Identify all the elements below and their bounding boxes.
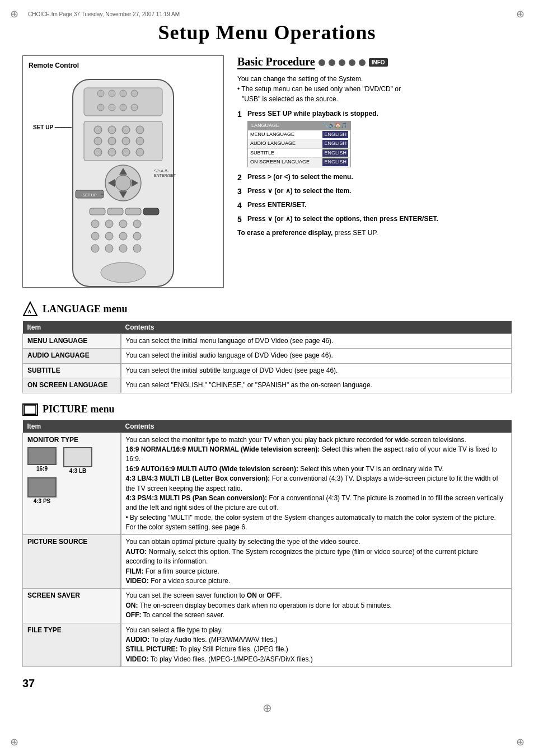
svg-point-46 [91,245,99,252]
step-1-text: Press SET UP while playback is stopped. [247,110,378,118]
svg-point-17 [122,137,130,145]
lang-content-audio-language: You can select the initial audio languag… [121,349,512,363]
svg-point-44 [119,232,127,240]
language-section-header: ∧ LANGUAGE menu [22,301,512,317]
pic-row-screen-saver: SCREEN SAVER You can set the screen save… [23,589,512,623]
svg-point-19 [94,148,102,156]
lang-row-audio-language: AUDIO LANGUAGE You can select the initia… [23,349,512,363]
svg-rect-36 [125,208,141,215]
svg-point-49 [133,245,141,252]
svg-rect-35 [107,208,123,215]
right-column: Basic Procedure INFO You can change the … [237,55,512,288]
dot3 [339,59,345,66]
svg-point-47 [105,245,113,252]
file-info: CHOICE.fm Page 37 Tuesday, November 27, … [28,11,512,17]
pic-content-picture-source: You can obtain optimal picture quality b… [121,535,512,589]
step-5-num: 5 [237,214,245,226]
intro-line-3: "USB" is selected as the source. [237,94,512,104]
info-badge: INFO [369,58,388,67]
setup-label: SET UP ――― [33,124,218,130]
lang-item-subtitle: SUBTITLE [23,363,121,378]
svg-point-18 [136,137,144,145]
lang-row-onscreen: ON SCREEN LANGUAGE You can select "ENGLI… [23,378,512,393]
svg-text:ENTER/SET: ENTER/SET [154,173,176,177]
picture-menu-title: PICTURE menu [43,403,115,415]
lang-row-3-item: SUBTITLE [250,149,274,157]
step-3: 3 Press ∨ (or ∧) to select the item. [237,186,512,198]
dot2 [329,59,335,66]
lang-row-4-val: ENGLISH [322,158,348,166]
page-title: Setup Menu Operations [22,21,512,44]
step-1: 1 Press SET UP while playback is stopped… [237,109,512,170]
svg-point-42 [91,232,99,240]
monitor-img-169: 16:9 [27,447,57,476]
svg-point-3 [109,90,115,97]
lang-row-4-item: ON SCREEN LANGUAGE [250,158,310,166]
picture-section-header: PICTURE menu [22,403,512,416]
monitor-screen-169 [27,447,57,465]
pic-row-file-type: FILE TYPE You can select a file type to … [23,623,512,667]
svg-point-16 [108,137,116,145]
svg-point-21 [122,148,130,156]
svg-point-45 [133,232,141,240]
language-table: Item Contents MENU LANGUAGE You can sele… [22,321,512,393]
lang-item-audio-language: AUDIO LANGUAGE [23,349,121,363]
step-5: 5 Press ∨ (or ∧) to select the options, … [237,214,512,226]
monitor-type-label: MONITOR TYPE [27,435,116,445]
monitor-label-43ps: 4:3 PS [34,497,51,506]
svg-point-39 [105,220,113,228]
ps-content [27,477,55,497]
svg-point-20 [108,148,116,156]
step-5-text: Press ∨ (or ∧) to select the options, th… [247,214,438,226]
svg-point-50 [101,262,146,283]
lang-content-onscreen: You can select "ENGLISH," "CHINESE," or … [121,378,512,393]
monitor-img-43ps: 4:3 PS [27,477,57,506]
remote-control-svg: SET UP <,>,∧,∨, ENTER/SET [39,74,207,298]
lang-row-subtitle: SUBTITLE You can select the initial subt… [23,363,512,378]
pic-item-file-type: FILE TYPE [23,623,121,667]
lang-content-subtitle: You can select the initial subtitle lang… [121,363,512,378]
svg-point-48 [119,245,127,252]
main-layout: Remote Control [22,55,512,288]
remote-svg-container: SET UP <,>,∧,∨, ENTER/SET [29,74,218,298]
svg-point-41 [133,220,141,228]
lang-table-header-contents: Contents [121,321,512,334]
svg-point-15 [94,137,102,145]
pic-content-screen-saver: You can set the screen saver function to… [121,589,512,623]
pic-content-file-type: You can select a file type to play. AUDI… [121,623,512,667]
step-4: 4 Press ENTER/SET. [237,200,512,212]
svg-text:∧: ∧ [27,308,31,314]
basic-procedure-header: Basic Procedure INFO [237,55,512,69]
pic-table-header-contents: Contents [121,420,512,433]
language-menu-title: LANGUAGE menu [43,303,128,315]
lang-content-menu-language: You can select the initial menu language… [121,334,512,349]
intro-line-1: You can change the setting of the System… [237,74,512,84]
step-4-num: 4 [237,200,245,212]
pic-row-picture-source: PICTURE SOURCE You can obtain optimal pi… [23,535,512,589]
page-number: 37 [22,677,512,690]
svg-point-43 [105,232,113,240]
picture-table: Item Contents MONITOR TYPE 16:9 [22,420,512,668]
step-3-num: 3 [237,186,245,198]
basic-procedure-title: Basic Procedure [237,55,315,69]
lang-row-1-val: ENGLISH [322,131,348,139]
monitor-label-43lb: 4:3 LB [69,467,87,476]
svg-point-4 [120,90,127,97]
svg-point-38 [91,220,99,228]
svg-text:<,>,∧,∨,: <,>,∧,∨, [154,168,168,172]
step-2-text: Press > (or <) to select the menu. [247,172,353,184]
pic-table-header-item: Item [23,420,121,433]
pic-content-monitor-type: You can select the monitor type to match… [121,433,512,535]
step-2: 2 Press > (or <) to select the menu. [237,172,512,184]
bottom-crosshair: ⊕ [263,701,272,715]
lang-table-header-item: Item [23,321,121,334]
lang-screen-header: LANGUAGE [251,122,279,130]
lang-row-2-val: ENGLISH [322,140,348,148]
svg-point-2 [97,90,104,97]
picture-icon [22,403,38,416]
pic-item-screen-saver: SCREEN SAVER [23,589,121,623]
pic-item-picture-source: PICTURE SOURCE [23,535,121,589]
corner-mark-tr: ⊕ [512,6,528,22]
monitor-img-row-1: 16:9 4:3 LB [27,447,116,476]
svg-point-40 [119,220,127,228]
